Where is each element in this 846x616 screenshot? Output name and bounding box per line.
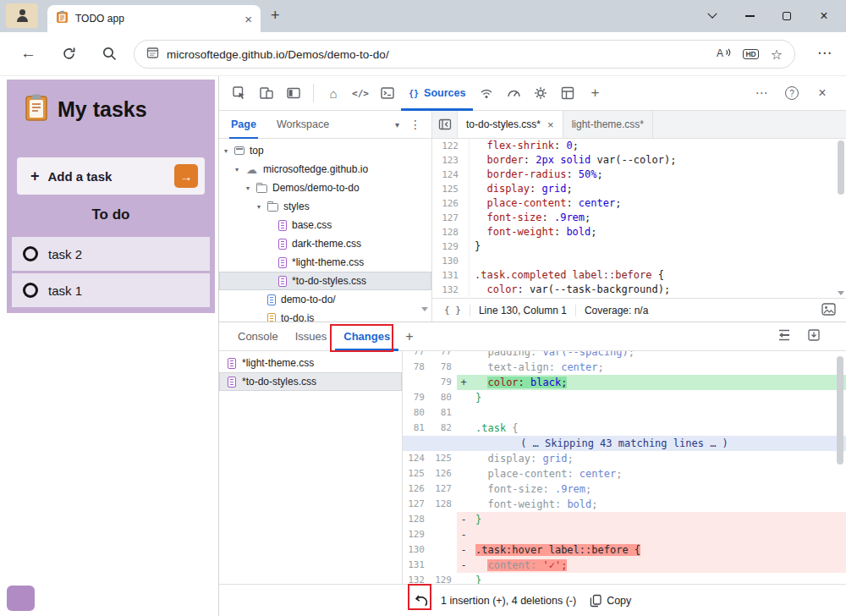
performance-icon[interactable] — [501, 80, 526, 106]
gear-icon[interactable] — [528, 80, 553, 106]
code-token: var(--color); — [591, 154, 676, 166]
sources-icon: {} — [409, 89, 419, 98]
add-tool-tab-icon[interactable]: + — [582, 80, 607, 106]
drawer-tab-issues[interactable]: Issues — [287, 322, 336, 351]
format-code-button[interactable]: { } — [442, 305, 470, 316]
device-emulation-icon[interactable] — [254, 80, 279, 106]
refresh-button[interactable] — [61, 46, 77, 65]
close-tab-icon[interactable]: × — [244, 12, 252, 26]
tree-item-styles[interactable]: ▾styles — [219, 197, 431, 216]
todo-task-item[interactable]: task 1 — [12, 273, 210, 307]
maximize-button[interactable] — [768, 0, 805, 32]
changed-file-item[interactable]: *light-theme.css — [219, 354, 402, 372]
diff-view[interactable]: 7777 padding: var(--spacing);7878 text-a… — [403, 351, 846, 584]
drawer-tab-console[interactable]: Console — [229, 322, 287, 351]
editor-tab[interactable]: to-do-styles.css*× — [458, 111, 563, 138]
scroll-down-icon[interactable] — [421, 307, 428, 311]
code-token: 2px solid — [536, 154, 591, 166]
theme-corner-button[interactable] — [7, 586, 35, 611]
address-bar[interactable]: microsoftedge.github.io/Demos/demo-to-do… — [134, 40, 795, 69]
inspect-element-icon[interactable] — [227, 80, 252, 106]
new-line-number: 79 — [430, 375, 457, 390]
old-line-number: 77 — [403, 351, 430, 360]
tree-item-microsoftedge.github.io[interactable]: ▾☁microsoftedge.github.io — [219, 160, 431, 179]
copy-button[interactable]: Copy — [590, 594, 631, 608]
hd-badge-icon[interactable]: HD — [743, 49, 758, 60]
navigator-menu-icon[interactable]: ⋮ — [409, 118, 421, 131]
welcome-home-icon[interactable]: ⌂ — [321, 80, 346, 106]
close-devtools-icon[interactable]: × — [810, 80, 835, 106]
console-tab-icon[interactable] — [375, 80, 400, 106]
task-checkbox[interactable] — [23, 283, 38, 298]
add-task-button[interactable]: + Add a task → — [17, 157, 205, 195]
task-checkbox[interactable] — [23, 246, 38, 261]
diff-code: color: black; — [470, 375, 846, 390]
tree-item-to-do-styles.css[interactable]: *to-do-styles.css — [219, 272, 431, 290]
tree-item-light-theme.css[interactable]: *light-theme.css — [219, 253, 431, 272]
revert-changes-icon[interactable] — [412, 591, 432, 610]
tab-actions-chevron-icon[interactable] — [694, 0, 731, 32]
dock-drawer-icon[interactable] — [807, 328, 821, 344]
help-icon[interactable]: ? — [779, 80, 805, 106]
tree-item-label: *to-do-styles.css — [292, 275, 366, 287]
code-editor[interactable]: 122 flex-shrink: 0;123 border: 2px solid… — [432, 139, 836, 298]
new-tab-button[interactable]: + — [271, 7, 280, 25]
tab-page[interactable]: Page — [229, 111, 258, 139]
old-line-number: 131 — [403, 558, 430, 573]
expander-icon[interactable]: ▾ — [246, 184, 256, 192]
collapse-lines-icon[interactable] — [777, 328, 792, 344]
more-tabs-chevron-icon[interactable]: ▾ — [395, 120, 399, 129]
toggle-navigator-icon[interactable] — [432, 111, 458, 138]
back-button[interactable]: ← — [20, 44, 36, 63]
todo-task-item[interactable]: task 2 — [12, 237, 210, 271]
tree-item-dark-theme.css[interactable]: dark-theme.css — [219, 234, 431, 253]
code-token: 50% — [579, 168, 597, 180]
diff-row: 129- — [403, 527, 846, 542]
tree-item-demo-to-do[interactable]: demo-to-do/ — [219, 290, 431, 309]
browser-menu-icon[interactable]: ⋯ — [817, 44, 832, 62]
tree-item-top[interactable]: ▾top — [219, 141, 431, 160]
drawer-tab-changes[interactable]: Changes — [335, 322, 398, 351]
scrollbar-thumb[interactable] — [837, 356, 843, 465]
code-token: ; — [566, 183, 572, 195]
code-token: } — [475, 240, 481, 252]
close-window-button[interactable]: × — [805, 0, 843, 32]
tab-workspace[interactable]: Workspace — [275, 111, 331, 139]
dock-layout-icon[interactable] — [281, 80, 306, 106]
application-icon[interactable] — [555, 80, 580, 106]
tree-item-base.css[interactable]: base.css — [219, 216, 431, 234]
elements-tab-icon[interactable]: </> — [348, 80, 373, 106]
tree-item-Demosdemo-to-do[interactable]: ▾Demos/demo-to-do — [219, 179, 431, 197]
copy-label: Copy — [607, 595, 631, 607]
changed-file-item[interactable]: *to-do-styles.css — [219, 372, 402, 391]
tree-item-to-do.js[interactable]: to-do.js — [219, 309, 431, 322]
code-text: color: var(--task-background); — [470, 283, 670, 297]
close-tab-icon[interactable]: × — [547, 118, 554, 131]
favorites-star-icon[interactable]: ☆ — [771, 47, 783, 63]
site-info-icon[interactable] — [146, 47, 159, 63]
add-drawer-tab-icon[interactable]: + — [405, 329, 413, 344]
expander-icon[interactable]: ▾ — [235, 166, 245, 173]
editor-tab[interactable]: light-theme.css* — [563, 111, 653, 138]
image-icon[interactable] — [821, 303, 836, 318]
devtools-drawer: ConsoleIssuesChanges + *light-theme.css*… — [219, 322, 846, 616]
code-text: } — [470, 239, 481, 254]
browser-navbar: ← microsoftedge.github.io/Demos/demo-to-… — [0, 32, 846, 76]
minimize-button[interactable] — [731, 0, 768, 32]
devtools-more-icon[interactable]: ⋯ — [749, 80, 774, 106]
browser-tab[interactable]: TODO app × — [47, 5, 261, 32]
tab-sources[interactable]: {} Sources — [401, 76, 473, 111]
read-aloud-icon[interactable]: A — [717, 47, 731, 62]
changes-panel: *light-theme.css*to-do-styles.css 7777 p… — [219, 351, 846, 584]
expander-icon[interactable]: ▾ — [257, 203, 267, 211]
network-icon[interactable] — [474, 80, 499, 106]
profile-avatar-button[interactable] — [6, 3, 38, 28]
editor-scrollbar[interactable] — [836, 139, 846, 298]
scroll-down-icon[interactable] — [838, 291, 844, 295]
search-icon[interactable] — [102, 46, 118, 65]
window-controls: × — [694, 0, 843, 32]
skip-text: ( … Skipping 43 matching lines … ) — [520, 436, 728, 451]
expander-icon[interactable]: ▾ — [224, 147, 234, 155]
scrollbar-thumb[interactable] — [838, 140, 844, 195]
submit-task-arrow-button[interactable]: → — [174, 164, 198, 188]
